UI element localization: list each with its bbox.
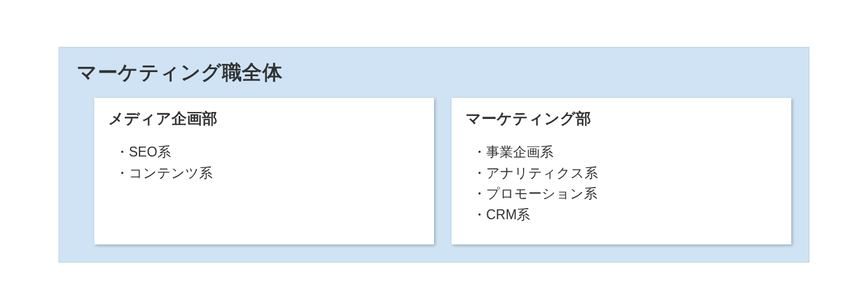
card-title: メディア企画部: [108, 108, 420, 129]
card-marketing: マーケティング部 事業企画系 アナリティクス系 プロモーション系 CRM系: [452, 98, 791, 244]
list-item: 事業企画系: [473, 142, 777, 163]
list-item: CRM系: [473, 205, 777, 226]
card-media-planning: メディア企画部 SEO系 コンテンツ系: [94, 98, 434, 244]
marketing-overall-box: マーケティング職全体 メディア企画部 SEO系 コンテンツ系 マーケティング部 …: [59, 47, 809, 263]
cards-row: メディア企画部 SEO系 コンテンツ系 マーケティング部 事業企画系 アナリティ…: [77, 98, 791, 244]
card-list: SEO系 コンテンツ系: [108, 142, 420, 183]
list-item: SEO系: [115, 142, 420, 163]
list-item: コンテンツ系: [115, 163, 420, 184]
card-title: マーケティング部: [466, 108, 777, 129]
outer-title: マーケティング職全体: [77, 59, 791, 86]
card-list: 事業企画系 アナリティクス系 プロモーション系 CRM系: [466, 142, 777, 226]
list-item: プロモーション系: [473, 183, 777, 205]
list-item: アナリティクス系: [473, 163, 777, 184]
